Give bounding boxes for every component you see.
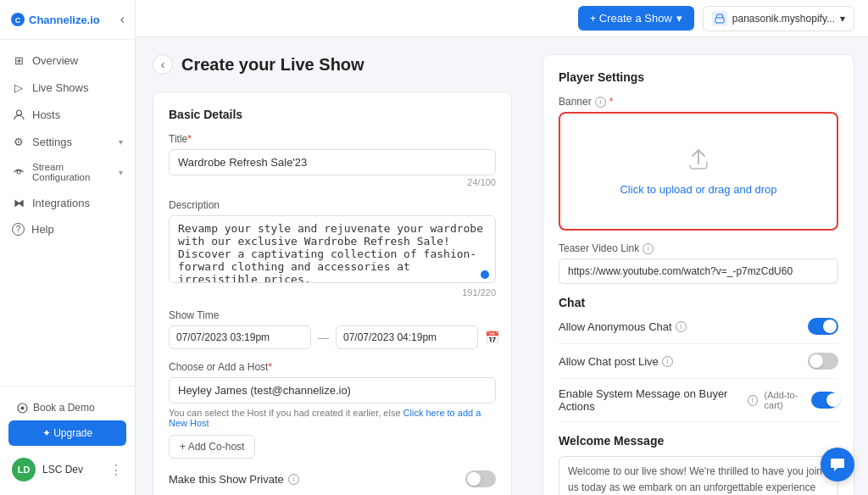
content-area: ‹ Create your Live Show Basic Details Ti… [136, 37, 868, 495]
upload-drag-text: or drag and drop [693, 183, 777, 196]
title-required: * [187, 133, 192, 145]
store-name: panasonik.myshopify... [732, 13, 835, 25]
allow-chat-post-info-icon[interactable]: i [662, 356, 673, 367]
sidebar-item-integrations[interactable]: ⧓ Integrations [0, 189, 135, 216]
book-demo-button[interactable]: Book a Demo [8, 395, 126, 420]
description-scroll-indicator [481, 270, 489, 279]
player-settings-card: Player Settings Banner i * [542, 54, 854, 495]
teaser-input[interactable] [559, 259, 838, 284]
sidebar-item-live-shows[interactable]: ▷ Live Shows [0, 74, 135, 101]
banner-upload-area[interactable]: Click to upload or drag and drop [559, 112, 838, 231]
overview-icon: ⊞ [12, 53, 25, 67]
sidebar-item-label-help: Help [31, 223, 54, 236]
allow-anon-toggle[interactable] [808, 318, 838, 335]
description-wrapper: Revamp your style and rejuvenate your wa… [169, 215, 496, 286]
main-area: + Create a Show ▾ panasonik.myshopify...… [136, 0, 868, 495]
sidebar-logo-area: C Channelize.io ‹ [0, 0, 135, 40]
sidebar: C Channelize.io ‹ ⊞ Overview ▷ Live Show… [0, 0, 136, 495]
system-msg-toggle[interactable] [811, 392, 838, 409]
sidebar-item-help[interactable]: ? Help [0, 216, 135, 242]
sidebar-item-overview[interactable]: ⊞ Overview [0, 47, 135, 74]
page-title: Create your Live Show [181, 55, 364, 75]
svg-point-2 [16, 110, 21, 115]
host-input[interactable] [169, 377, 496, 403]
calendar-icon[interactable]: 📅 [485, 331, 499, 344]
welcome-wrapper: Welcome to our live show! We're thrilled… [559, 456, 838, 495]
teaser-field: Teaser Video Link i [559, 242, 838, 284]
allow-chat-post-row: Allow Chat post Live i [559, 353, 838, 379]
chat-fab-button[interactable] [821, 448, 854, 481]
make-private-info-icon[interactable]: i [288, 474, 299, 485]
hosts-icon [12, 108, 25, 121]
logo-text: Channelize.io [29, 14, 100, 26]
system-msg-row: Enable System Message on Buyer Actions i… [559, 387, 838, 422]
help-icon: ? [12, 223, 25, 236]
banner-info-icon[interactable]: i [595, 97, 606, 108]
sidebar-item-label-settings: Settings [32, 136, 72, 148]
sidebar-nav: ⊞ Overview ▷ Live Shows Hosts ⚙ Settings… [0, 40, 135, 386]
topbar: + Create a Show ▾ panasonik.myshopify...… [136, 0, 868, 37]
upload-click-text[interactable]: Click to upload [620, 183, 692, 196]
add-cohost-button[interactable]: + Add Co-host [169, 435, 255, 459]
make-private-toggle[interactable] [465, 470, 496, 487]
show-time-label: Show Time [169, 309, 496, 321]
chat-section-title: Chat [559, 296, 838, 309]
system-msg-label: Enable System Message on Buyer Actions i… [559, 387, 811, 413]
make-private-row: Make this Show Private i [169, 470, 496, 487]
upload-icon [686, 147, 711, 176]
teaser-info-icon[interactable]: i [643, 243, 654, 254]
store-selector[interactable]: panasonik.myshopify... ▾ [703, 6, 854, 31]
start-time-input[interactable] [169, 325, 311, 349]
allow-anon-label: Allow Anonymous Chat i [559, 320, 687, 333]
title-char-count: 24/100 [169, 177, 496, 187]
player-settings-title: Player Settings [559, 70, 838, 84]
basic-details-section: Basic Details Title* 24/100 Description … [153, 92, 512, 495]
sidebar-item-label-hosts: Hosts [32, 108, 60, 121]
live-shows-icon: ▷ [12, 81, 25, 94]
allow-chat-post-toggle[interactable] [808, 353, 838, 370]
welcome-text: Welcome to our live show! We're thrilled… [559, 456, 838, 495]
sidebar-item-settings[interactable]: ⚙ Settings ▾ [0, 128, 135, 155]
title-label: Title* [169, 133, 496, 145]
store-icon [712, 11, 727, 26]
user-avatar: LD [12, 458, 36, 481]
add-cohost-label: + Add Co-host [180, 441, 244, 453]
title-field: Title* 24/100 [169, 133, 496, 187]
host-required: * [268, 361, 272, 373]
create-show-button[interactable]: + Create a Show ▾ [578, 6, 694, 31]
channelize-logo: C Channelize.io [10, 12, 100, 27]
title-input[interactable] [169, 149, 496, 175]
page-header: ‹ Create your Live Show [153, 54, 512, 75]
welcome-section-title: Welcome Message [559, 434, 838, 448]
sidebar-item-stream-config[interactable]: Stream Configuration ▾ [0, 155, 135, 189]
upload-text: Click to upload or drag and drop [620, 183, 776, 196]
end-time-input[interactable] [336, 325, 478, 349]
book-demo-label: Book a Demo [33, 402, 95, 414]
teaser-label: Teaser Video Link i [559, 242, 838, 254]
allow-chat-post-label: Allow Chat post Live i [559, 355, 673, 368]
banner-field: Banner i * Click to [559, 96, 838, 231]
sidebar-collapse-icon[interactable]: ‹ [120, 12, 125, 27]
description-label: Description [169, 199, 496, 211]
allow-anon-info-icon[interactable]: i [676, 321, 687, 332]
create-show-dropdown-icon: ▾ [676, 12, 682, 25]
show-time-field: Show Time — 📅 [169, 309, 496, 349]
upgrade-button[interactable]: ✦ Upgrade [8, 420, 126, 446]
system-msg-sublabel: (Add-to-cart) [765, 390, 811, 410]
svg-point-5 [21, 406, 25, 409]
stream-config-icon [12, 165, 25, 179]
integrations-icon: ⧓ [12, 196, 25, 209]
system-msg-info-icon[interactable]: i [748, 395, 758, 406]
user-more-icon[interactable]: ⋮ [109, 462, 123, 478]
sidebar-item-hosts[interactable]: Hosts [0, 101, 135, 128]
sidebar-item-label-stream-config: Stream Configuration [32, 162, 112, 182]
sidebar-item-label-overview: Overview [32, 54, 78, 67]
upgrade-label: ✦ Upgrade [42, 427, 92, 439]
banner-label: Banner i * [559, 96, 838, 108]
host-hint: You can select the Host if you had creat… [169, 408, 496, 428]
settings-icon: ⚙ [12, 135, 25, 148]
basic-details-title: Basic Details [169, 108, 496, 121]
back-button[interactable]: ‹ [153, 54, 173, 75]
description-textarea[interactable]: Revamp your style and rejuvenate your wa… [169, 215, 496, 283]
description-field: Description Revamp your style and rejuve… [169, 199, 496, 298]
